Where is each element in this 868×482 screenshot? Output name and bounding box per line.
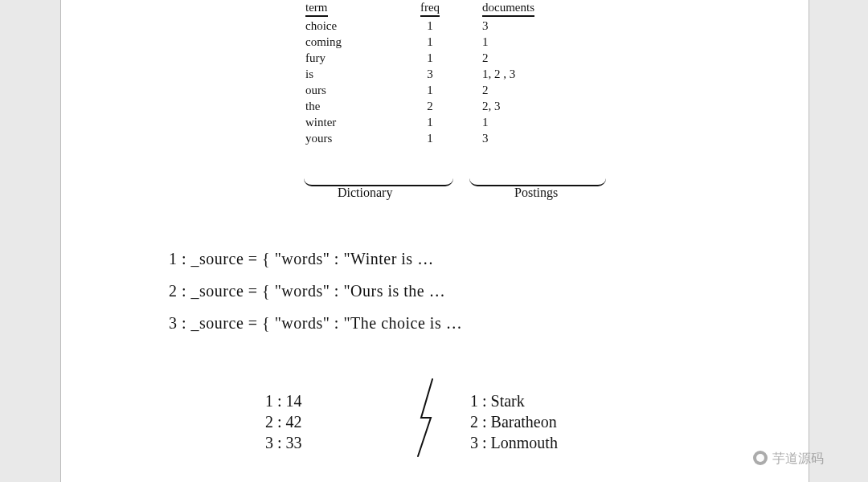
table-row: is 3 1, 2 , 3 <box>305 67 611 81</box>
left-gutter <box>0 0 60 482</box>
cell-term: the <box>305 99 402 113</box>
cell-docs: 2, 3 <box>458 99 603 113</box>
table-row: coming 1 1 <box>305 35 611 49</box>
inverted-index-table: term freq documents choice 1 3 coming 1 … <box>305 0 611 145</box>
cell-term: ours <box>305 83 402 97</box>
watermark: 芋道源码 <box>753 451 824 466</box>
bottom-left-row: 2 : 42 <box>265 412 302 431</box>
cell-docs: 1, 2 , 3 <box>458 67 603 81</box>
cell-freq: 2 <box>402 99 458 113</box>
cell-term: choice <box>305 18 402 33</box>
bottom-left-column: 1 : 14 2 : 42 3 : 33 <box>265 390 302 454</box>
header-term: term <box>305 0 328 17</box>
bottom-right-row: 2 : Baratheon <box>470 412 558 431</box>
header-freq: freq <box>420 0 440 17</box>
source-line-3: 3 : _source = { "words" : "The choice is… <box>169 313 462 333</box>
cell-freq: 1 <box>402 51 458 65</box>
brace-label-postings: Postings <box>514 185 558 200</box>
cell-docs: 2 <box>458 83 603 97</box>
watermark-text: 芋道源码 <box>772 451 824 466</box>
table-header-row: term freq documents <box>305 0 611 17</box>
cell-docs: 3 <box>458 131 603 145</box>
cell-freq: 1 <box>402 35 458 49</box>
table-row: fury 1 2 <box>305 51 611 65</box>
right-gutter <box>808 0 868 482</box>
cell-freq: 1 <box>402 83 458 97</box>
cell-term: fury <box>305 51 402 65</box>
cell-docs: 1 <box>458 115 603 129</box>
cell-term: winter <box>305 115 402 129</box>
cell-docs: 2 <box>458 51 603 65</box>
cell-freq: 1 <box>402 131 458 145</box>
bottom-right-row: 1 : Stark <box>470 391 558 411</box>
cell-docs: 3 <box>458 18 603 33</box>
table-row: winter 1 1 <box>305 115 611 129</box>
bottom-left-row: 1 : 14 <box>265 391 302 411</box>
bottom-left-row: 3 : 33 <box>265 433 302 452</box>
source-line-2: 2 : _source = { "words" : "Ours is the … <box>169 281 445 300</box>
header-documents: documents <box>482 0 534 17</box>
cell-term: yours <box>305 131 402 145</box>
table-row: the 2 2, 3 <box>305 99 611 113</box>
cell-freq: 1 <box>402 115 458 129</box>
cell-docs: 1 <box>458 35 603 49</box>
divider-slash-icon <box>410 378 442 458</box>
source-line-1: 1 : _source = { "words" : "Winter is … <box>169 249 434 268</box>
table-body: choice 1 3 coming 1 1 fury 1 2 is 3 1, 2… <box>305 18 611 145</box>
cell-term: is <box>305 67 402 81</box>
cell-term: coming <box>305 35 402 49</box>
wechat-icon <box>753 451 768 465</box>
bottom-right-column: 1 : Stark 2 : Baratheon 3 : Lonmouth <box>470 390 558 454</box>
bottom-right-row: 3 : Lonmouth <box>470 433 558 452</box>
cell-freq: 1 <box>402 18 458 33</box>
brace-label-dictionary: Dictionary <box>338 185 392 200</box>
table-row: ours 1 2 <box>305 83 611 97</box>
table-row: yours 1 3 <box>305 131 611 145</box>
cell-freq: 3 <box>402 67 458 81</box>
table-row: choice 1 3 <box>305 18 611 33</box>
